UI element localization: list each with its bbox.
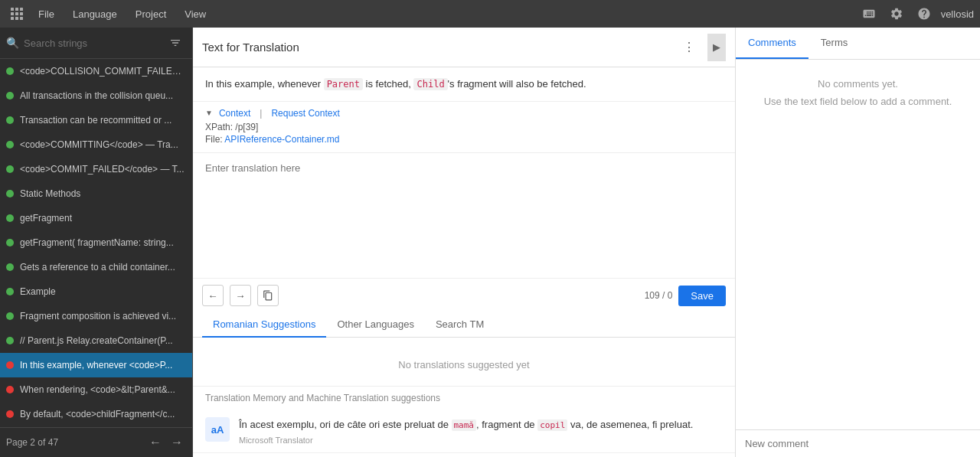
search-bar: 🔍 <box>0 28 192 59</box>
item-text: By default, <code>childFragment</c... <box>20 409 186 419</box>
status-dot <box>6 410 14 418</box>
next-string-button[interactable]: → <box>230 285 251 306</box>
tm-section-header: Translation Memory and Machine Translati… <box>193 386 735 410</box>
item-text: In this example, whenever <code>P... <box>20 360 186 370</box>
next-page-button[interactable]: → <box>168 434 186 451</box>
prev-string-button[interactable]: ← <box>202 285 224 306</box>
menu-language[interactable]: Language <box>65 5 125 23</box>
page-info: Page 2 of 47 <box>6 437 58 448</box>
list-item[interactable]: When rendering, <code>&lt;Parent&... <box>0 377 192 402</box>
search-icon: 🔍 <box>6 37 19 49</box>
suggestions-tabs: Romanian Suggestions Other Languages Sea… <box>193 312 735 338</box>
center-header: Text for Translation ⋮ ▶ <box>193 28 735 67</box>
more-options-button[interactable]: ⋮ <box>680 37 698 57</box>
status-dot <box>6 116 14 124</box>
context-label[interactable]: Context <box>219 108 250 119</box>
list-item[interactable]: getFragment( fragmentName: string... <box>0 230 192 255</box>
app-icon[interactable] <box>6 3 28 24</box>
list-item[interactable]: Static Methods <box>0 181 192 206</box>
sidebar: 🔍 <code>COLLISION_COMMIT_FAILED...</code… <box>0 28 193 457</box>
list-item-active[interactable]: In this example, whenever <code>P... <box>0 353 192 377</box>
list-item[interactable]: getFragment <box>0 206 192 230</box>
menu-file[interactable]: File <box>31 5 62 23</box>
tm-source: Microsoft Translator <box>239 436 723 445</box>
status-dot <box>6 190 14 197</box>
item-text: // Parent.js Relay.createContainer(P... <box>20 335 186 346</box>
character-counter: 109 / 0 <box>645 290 673 301</box>
svg-rect-4 <box>15 12 18 15</box>
item-text: Fragment composition is achieved vi... <box>20 311 186 322</box>
list-item[interactable]: All transactions in the collision queu..… <box>0 83 192 108</box>
comment-footer <box>736 429 980 457</box>
svg-rect-1 <box>15 8 18 11</box>
item-text: getFragment( fragmentName: string... <box>20 237 186 248</box>
prev-page-button[interactable]: ← <box>146 434 165 451</box>
action-bar: ← → 109 / 0 Save <box>193 278 735 312</box>
list-item[interactable]: By default, <code>childFragment</c... <box>0 402 192 426</box>
tm-content: În acest exemplu, ori de câte ori este p… <box>239 417 723 445</box>
string-list: <code>COLLISION_COMMIT_FAILED...</code> … <box>0 59 192 427</box>
context-section: ▼ Context | Request Context XPath: /p[39… <box>193 102 735 153</box>
tab-romanian[interactable]: Romanian Suggestions <box>202 312 326 338</box>
keyboard-icon[interactable] <box>858 3 880 24</box>
filename-link[interactable]: APIReference-Container.md <box>224 134 339 145</box>
copy-source-button[interactable] <box>257 285 279 306</box>
list-item[interactable]: // Parent.js Relay.createContainer(P... <box>0 328 192 353</box>
status-dot <box>6 165 14 173</box>
right-panel: Comments Terms No comments yet. Use the … <box>735 28 980 457</box>
menu-view[interactable]: View <box>177 5 214 23</box>
item-text: Gets a reference to a child container... <box>20 262 186 273</box>
item-text: When rendering, <code>&lt;Parent&... <box>20 384 186 395</box>
status-dot <box>6 141 14 149</box>
save-button[interactable]: Save <box>678 286 726 306</box>
code-parent: Parent <box>324 78 363 90</box>
help-icon[interactable] <box>913 3 935 24</box>
menu-bar: File Language Project View vellosid <box>0 0 980 28</box>
translation-input[interactable] <box>205 162 723 269</box>
list-item[interactable]: Gets a reference to a child container... <box>0 255 192 279</box>
item-text: Example <box>20 286 186 297</box>
list-item[interactable]: <code>COMMITTING</code> — Tra... <box>0 132 192 157</box>
list-item[interactable]: Transaction can be recommitted or ... <box>0 108 192 132</box>
svg-rect-5 <box>20 12 23 15</box>
status-dot <box>6 312 14 320</box>
item-text: getFragment <box>20 213 186 224</box>
list-item[interactable]: Fragment composition is achieved vi... <box>0 304 192 328</box>
status-dot <box>6 288 14 295</box>
tab-other-languages[interactable]: Other Languages <box>326 312 424 338</box>
center-title: Text for Translation <box>202 41 680 54</box>
item-text: Transaction can be recommitted or ... <box>20 115 186 126</box>
list-item[interactable]: Example <box>0 279 192 304</box>
status-dot <box>6 92 14 100</box>
no-comments-text: No comments yet. Use the text field belo… <box>748 75 968 111</box>
new-comment-input[interactable] <box>745 438 971 449</box>
status-dot <box>6 337 14 344</box>
right-panel-tabs: Comments Terms <box>736 28 980 60</box>
status-dot <box>6 263 14 271</box>
list-item[interactable]: <code>COLLISION_COMMIT_FAILED...</code> <box>0 59 192 83</box>
tab-terms[interactable]: Terms <box>808 28 860 59</box>
username: vellosid <box>941 8 974 20</box>
item-text: <code>COMMIT_FAILED</code> — T... <box>20 164 186 175</box>
tm-translator-icon: aA <box>205 417 230 442</box>
collapse-panel-button[interactable]: ▶ <box>707 34 726 61</box>
svg-rect-0 <box>11 8 14 11</box>
translation-area <box>193 153 735 279</box>
context-collapse-icon: ▼ <box>205 109 213 117</box>
filter-icon[interactable] <box>165 32 186 54</box>
xpath-row: XPath: /p[39] <box>205 122 723 132</box>
request-context-link[interactable]: Request Context <box>271 108 339 119</box>
list-item[interactable]: <code>COMMIT_FAILED</code> — T... <box>0 157 192 181</box>
comments-content: No comments yet. Use the text field belo… <box>736 60 980 429</box>
menu-project[interactable]: Project <box>128 5 174 23</box>
settings-icon[interactable] <box>886 3 907 24</box>
suggestions-area: No translations suggested yet Translatio… <box>193 338 735 457</box>
status-dot <box>6 67 14 75</box>
search-input[interactable] <box>24 38 160 49</box>
main-layout: 🔍 <code>COLLISION_COMMIT_FAILED...</code… <box>0 28 980 457</box>
center-panel: Text for Translation ⋮ ▶ In this example… <box>193 28 735 457</box>
tab-search-tm[interactable]: Search TM <box>425 312 495 338</box>
svg-rect-6 <box>11 17 14 20</box>
tab-comments[interactable]: Comments <box>736 28 808 59</box>
svg-rect-3 <box>11 12 14 15</box>
